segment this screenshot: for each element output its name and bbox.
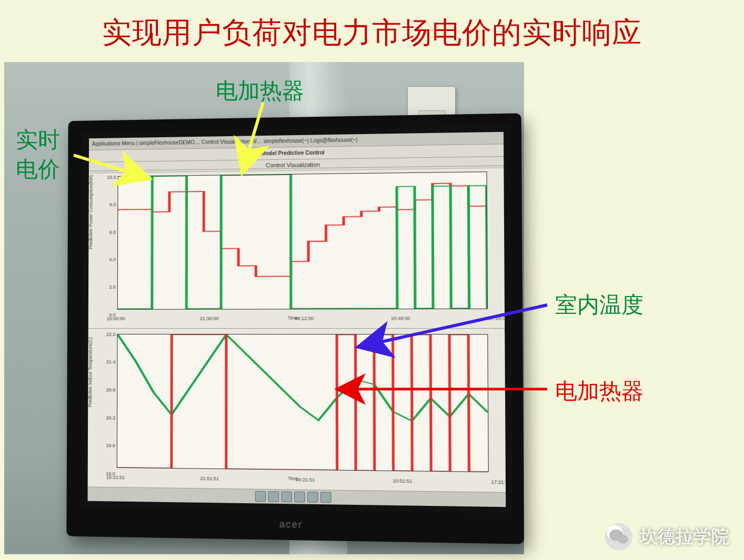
- y-tick: 20.2: [106, 415, 116, 420]
- bottom-chart-panel: Predictive Indoor Temperature(C) Time 19…: [88, 328, 506, 492]
- y-tick: 10.0: [107, 175, 116, 180]
- label-indoor-temp: 室内温度: [555, 290, 644, 320]
- y-tick: 22.0: [106, 332, 116, 337]
- x-tick: 21:36:00: [200, 316, 219, 321]
- x-tick: 15:00:00: [107, 316, 125, 321]
- y-tick: 21.4: [106, 359, 116, 364]
- bottom-chart-ylabel: Predictive Indoor Temperature(C): [88, 337, 93, 407]
- slide: 实现用户负荷对电力市场电价的实时响应 Applications Menu | s…: [0, 0, 744, 560]
- slide-title: 实现用户负荷对电力市场电价的实时响应: [0, 13, 744, 53]
- y-tick: 20.8: [106, 387, 116, 392]
- monitor: Applications Menu | simpleFlexhouseDEMO……: [66, 113, 524, 544]
- photo-area: Applications Menu | simpleFlexhouseDEMO……: [4, 62, 524, 554]
- top-chart-panel: Predictive Power Consumption(kW) Time 0.…: [88, 165, 505, 328]
- y-tick: 19.6: [106, 443, 115, 449]
- label-heater-bottom: 电加热器: [555, 376, 644, 406]
- x-tick: 15:21:51: [106, 475, 125, 481]
- monitor-brand-logo: acer: [66, 515, 524, 534]
- monitor-bezel: Applications Menu | simpleFlexhouseDEMO……: [81, 125, 512, 514]
- bottom-chart-plot: [117, 334, 489, 473]
- x-tick: 17:24:00: [488, 315, 506, 321]
- x-tick: 10:51:51: [393, 478, 412, 484]
- x-tick: 17:21:51: [491, 480, 506, 485]
- top-chart-plot: [117, 171, 488, 309]
- y-tick: 6.0: [109, 229, 116, 235]
- top-chart-ylabel: Predictive Power Consumption(kW): [88, 175, 93, 250]
- monitor-screen: Applications Menu | simpleFlexhouseDEMO……: [88, 132, 506, 507]
- x-tick: 10:48:00: [391, 315, 410, 321]
- x-tick: 04:12:00: [295, 315, 314, 321]
- y-tick: 4.0: [109, 257, 116, 262]
- y-tick: 8.0: [109, 202, 116, 207]
- x-tick: 04:21:51: [296, 477, 315, 483]
- wechat-icon: [605, 523, 632, 551]
- chart-panels: Predictive Power Consumption(kW) Time 0.…: [88, 165, 506, 491]
- watermark-text: 坎德拉学院: [640, 525, 729, 549]
- y-tick: 2.0: [109, 284, 116, 290]
- watermark: 坎德拉学院: [605, 523, 729, 551]
- x-tick: 21:51:51: [200, 476, 219, 482]
